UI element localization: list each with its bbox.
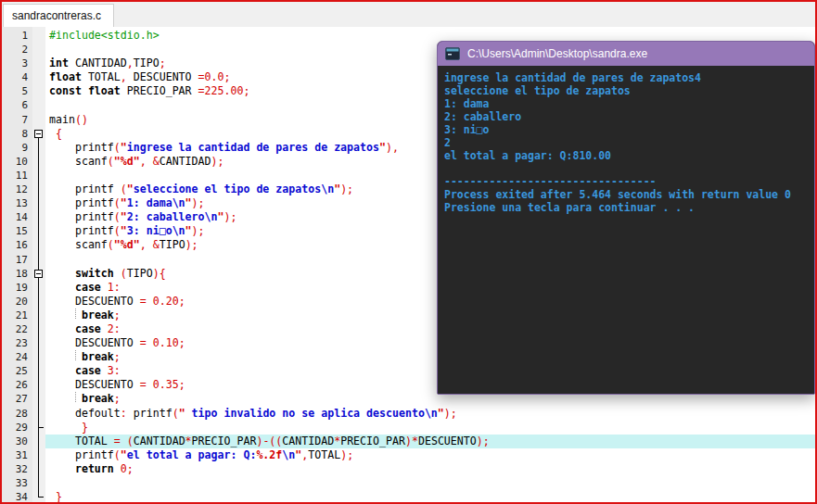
console-line: Presione una tecla para continuar . . .	[444, 201, 814, 214]
line-number: 28	[2, 407, 28, 421]
line-number: 19	[2, 281, 28, 295]
fold-end-tick	[39, 427, 44, 428]
line-number: 25	[2, 364, 28, 378]
console-line: 3: ni□o	[444, 123, 814, 136]
console-line: 1: dama	[444, 97, 814, 110]
console-line: ingrese la cantidad de pares de zapatos4	[444, 71, 814, 84]
code-line[interactable]: defoult: printf(" tipo invalido no se ap…	[45, 407, 815, 421]
console-line	[444, 162, 814, 175]
line-number-gutter: 1234567891011121314151617181920212223242…	[2, 27, 32, 502]
console-title-text: C:\Users\Admin\Desktop\sandra.exe	[467, 47, 647, 60]
line-number: 15	[2, 224, 28, 238]
line-number: 23	[2, 336, 28, 350]
line-number: 4	[2, 70, 28, 84]
code-line[interactable]: }	[45, 421, 815, 435]
console-window[interactable]: C:\Users\Admin\Desktop\sandra.exe ingres…	[437, 41, 815, 395]
line-number: 33	[2, 476, 28, 490]
line-number: 26	[2, 378, 28, 392]
code-line[interactable]: printf("el total a pagar: Q:%.2f\n",TOTA…	[45, 448, 815, 462]
line-number: 3	[2, 57, 28, 70]
line-number: 8	[2, 127, 28, 141]
console-line: Process exited after 5.464 seconds with …	[444, 188, 814, 201]
line-number: 30	[2, 435, 28, 448]
line-number: 17	[2, 253, 28, 267]
code-line[interactable]	[45, 476, 815, 490]
editor-tab-bar: sandracontreras.c	[2, 2, 815, 27]
line-number: 31	[2, 448, 28, 462]
line-number: 20	[2, 295, 28, 309]
line-number: 7	[2, 113, 28, 127]
line-number: 24	[2, 350, 28, 364]
line-number: 2	[2, 43, 28, 57]
fold-collapse-box[interactable]	[34, 130, 43, 138]
code-fold-margin[interactable]	[32, 27, 45, 502]
console-line: 2	[444, 136, 814, 149]
line-number: 6	[2, 98, 28, 112]
line-number: 5	[2, 84, 28, 98]
line-number: 27	[2, 392, 28, 406]
console-line: ---------------------------------	[444, 175, 814, 188]
line-number: 14	[2, 210, 28, 224]
code-line[interactable]: return 0;	[45, 462, 815, 476]
line-number: 34	[2, 490, 28, 504]
fold-collapse-box[interactable]	[34, 270, 43, 278]
ide-window: sandracontreras.c 1234567891011121314151…	[0, 0, 817, 504]
line-number: 10	[2, 155, 28, 169]
fold-guide-line	[38, 138, 39, 498]
line-number: 9	[2, 141, 28, 155]
fold-end-tick	[39, 497, 44, 498]
tab-sandracontreras[interactable]: sandracontreras.c	[3, 4, 114, 27]
console-window-icon	[445, 47, 460, 60]
line-number: 29	[2, 421, 28, 435]
console-title-bar[interactable]: C:\Users\Admin\Desktop\sandra.exe	[438, 42, 814, 66]
console-line: seleccione el tipo de zapatos	[444, 84, 814, 97]
line-number: 11	[2, 169, 28, 183]
code-line-highlighted[interactable]: TOTAL = (CANTIDAD*PRECIO_PAR)-((CANTIDAD…	[45, 435, 815, 448]
line-number: 32	[2, 462, 28, 476]
line-number: 16	[2, 238, 28, 252]
console-line: el total a pagar: Q:810.00	[444, 149, 814, 162]
line-number: 1	[2, 29, 28, 43]
console-output[interactable]: ingrese la cantidad de pares de zapatos4…	[438, 66, 814, 394]
line-number: 12	[2, 183, 28, 196]
line-number: 13	[2, 196, 28, 210]
console-line: 2: caballero	[444, 110, 814, 123]
line-number: 18	[2, 267, 28, 281]
code-line[interactable]: }	[45, 490, 815, 502]
line-number: 22	[2, 322, 28, 336]
line-number: 21	[2, 309, 28, 322]
